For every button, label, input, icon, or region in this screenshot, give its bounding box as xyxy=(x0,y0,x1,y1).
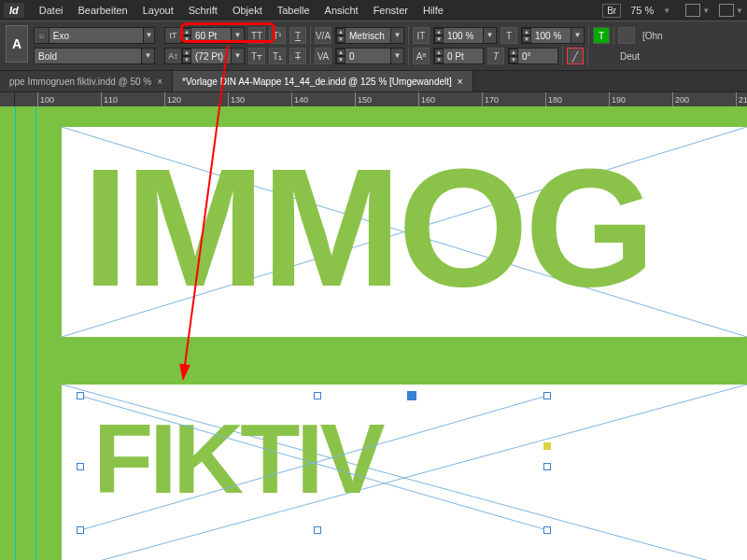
headline-text[interactable]: IMMOG xyxy=(82,134,652,321)
chevron-down-icon[interactable]: ▼ xyxy=(702,7,710,15)
kerning-field[interactable]: ▲▼ ▼ xyxy=(335,27,404,44)
skew-field[interactable]: ▲▼ xyxy=(508,48,558,64)
close-icon[interactable]: × xyxy=(157,77,162,87)
in-port-icon[interactable] xyxy=(407,391,416,400)
resize-handle[interactable] xyxy=(543,526,551,534)
control-panel: A ⌕ ▼ tT ▲▼ ▼ TT T¹ T V/A xyxy=(0,21,747,71)
arrange-docs-icon[interactable] xyxy=(719,4,734,17)
zoom-level[interactable]: 75 % xyxy=(630,5,654,16)
horizontal-ruler[interactable]: 100 110 120 130 140 150 160 170 180 190 … xyxy=(0,91,747,106)
resize-handle[interactable] xyxy=(77,463,84,470)
language-label[interactable]: Deut xyxy=(620,51,640,62)
baseline-field[interactable]: ▲▼ xyxy=(433,48,484,64)
menu-fenster[interactable]: Fenster xyxy=(366,2,416,19)
tracking-field[interactable]: ▲▼ ▼ xyxy=(335,48,404,64)
kerning-input[interactable] xyxy=(345,28,390,43)
chevron-down-icon[interactable]: ▼ xyxy=(390,28,403,43)
char-style-icon[interactable] xyxy=(618,27,635,44)
menu-schrift[interactable]: Schrift xyxy=(181,2,225,19)
resize-handle[interactable] xyxy=(314,526,321,534)
out-port-icon[interactable] xyxy=(543,442,551,450)
tracking-icon: VA xyxy=(315,48,331,64)
menu-objekt[interactable]: Objekt xyxy=(225,2,270,19)
resize-handle[interactable] xyxy=(543,392,551,399)
font-family-field[interactable]: ⌕ ▼ xyxy=(34,27,155,44)
resize-handle[interactable] xyxy=(77,526,84,534)
kerning-stepper[interactable]: ▲▼ xyxy=(336,28,345,43)
smallcaps-icon[interactable]: Tᴛ xyxy=(248,48,265,64)
strikethrough-icon[interactable]: T xyxy=(289,48,306,64)
leading-field[interactable]: A↕ ▲▼ ▼ xyxy=(164,48,245,64)
no-fill-icon[interactable]: ╱ xyxy=(567,48,584,64)
menu-layout[interactable]: Layout xyxy=(135,2,181,19)
menu-datei[interactable]: Datei xyxy=(32,2,71,19)
canvas[interactable]: IMMOG FIKTIV xyxy=(0,106,747,560)
chevron-down-icon[interactable]: ▼ xyxy=(736,7,743,15)
subscript-icon[interactable]: T₁ xyxy=(269,48,286,64)
chevron-down-icon[interactable]: ▼ xyxy=(663,7,670,15)
vscale-field[interactable]: ▲▼ ▼ xyxy=(433,27,497,44)
underline-icon[interactable]: T xyxy=(289,27,306,44)
kerning-icon: V/A xyxy=(315,27,331,44)
app-logo: Id xyxy=(4,3,24,18)
annotation-highlight xyxy=(180,22,275,43)
menu-tabelle[interactable]: Tabelle xyxy=(270,2,317,19)
character-mode-button[interactable]: A xyxy=(6,25,28,63)
resize-handle[interactable] xyxy=(543,463,551,470)
chevron-down-icon[interactable]: ▼ xyxy=(143,28,154,43)
font-weight-field[interactable]: ▼ xyxy=(34,48,155,64)
baseline-icon: Aª xyxy=(413,48,430,64)
bridge-badge[interactable]: Br xyxy=(602,4,621,18)
ruler-guide[interactable] xyxy=(15,106,16,560)
hscale-icon: T xyxy=(500,27,517,44)
ruler-origin[interactable] xyxy=(0,92,15,107)
menu-bearbeiten[interactable]: Bearbeiten xyxy=(70,2,134,19)
resize-handle[interactable] xyxy=(77,392,84,399)
selection-diagonals xyxy=(80,396,547,530)
font-weight-input[interactable] xyxy=(35,49,141,63)
document-tab[interactable]: *Vorlage DIN A4-Mappe 14_44_de.indd @ 12… xyxy=(173,71,473,91)
leading-input[interactable] xyxy=(191,49,231,63)
screen-mode-icon[interactable] xyxy=(685,4,700,17)
font-family-input[interactable] xyxy=(49,28,143,43)
document-tabs: ppe Immogruen fiktiv.indd @ 50 % × *Vorl… xyxy=(0,71,747,91)
resize-handle[interactable] xyxy=(314,392,321,399)
selection-frame[interactable] xyxy=(80,396,547,530)
menu-ansicht[interactable]: Ansicht xyxy=(317,2,366,19)
char-style-label: [Ohn xyxy=(642,31,663,41)
skew-icon: T xyxy=(487,48,504,64)
close-icon[interactable]: × xyxy=(458,77,463,87)
fill-color-icon[interactable]: T xyxy=(593,27,610,44)
document-tab[interactable]: ppe Immogruen fiktiv.indd @ 50 % × xyxy=(0,71,173,91)
chevron-down-icon[interactable]: ▼ xyxy=(141,49,154,63)
vscale-icon: IT xyxy=(413,27,430,44)
menu-hilfe[interactable]: Hilfe xyxy=(416,2,451,19)
menu-bar: Id Datei Bearbeiten Layout Schrift Objek… xyxy=(0,0,747,21)
tracking-input[interactable] xyxy=(345,49,390,63)
hscale-field[interactable]: ▲▼ ▼ xyxy=(521,27,585,44)
search-icon: ⌕ xyxy=(35,28,49,43)
leading-icon: A↕ xyxy=(165,49,182,63)
